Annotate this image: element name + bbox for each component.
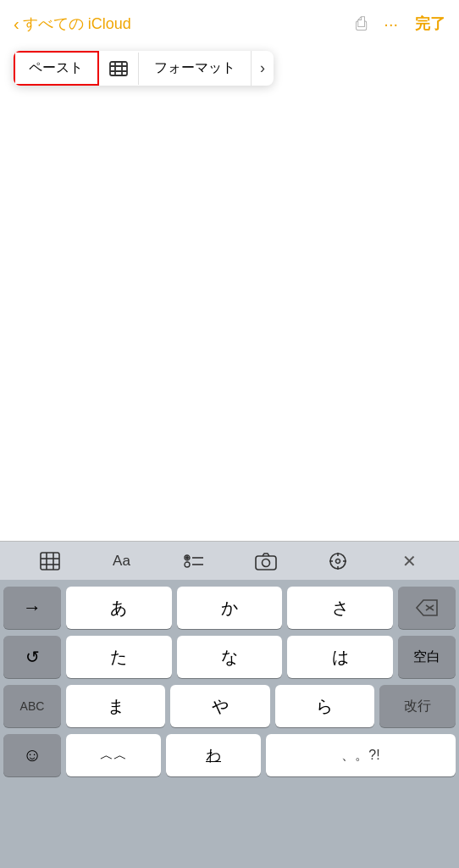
- checklist-toolbar-button[interactable]: [177, 546, 211, 576]
- key-abc[interactable]: ABC: [3, 685, 61, 727]
- keyboard-toolbar: Aa ✕: [0, 541, 459, 580]
- more-options-chevron[interactable]: ›: [252, 51, 274, 86]
- svg-rect-0: [110, 62, 127, 75]
- key-ta[interactable]: た: [66, 636, 172, 678]
- backspace-key[interactable]: [398, 587, 456, 629]
- context-menu: ペースト フォーマット ›: [14, 51, 274, 86]
- key-na[interactable]: な: [177, 636, 283, 678]
- key-punctuation[interactable]: 、。?!: [266, 734, 456, 776]
- back-chevron-icon[interactable]: ‹: [14, 14, 19, 34]
- key-ma[interactable]: ま: [66, 685, 165, 727]
- key-ya[interactable]: や: [170, 685, 269, 727]
- note-content-area[interactable]: [0, 44, 459, 529]
- keyboard-row-1: → あ か さ: [3, 587, 456, 629]
- key-a[interactable]: あ: [66, 587, 172, 629]
- close-keyboard-button[interactable]: ✕: [393, 546, 427, 576]
- key-sa[interactable]: さ: [287, 587, 393, 629]
- keyboard-row-3: ABC ま や ら 改行: [3, 685, 456, 727]
- header-left: ‹ すべての iCloud: [14, 14, 131, 34]
- more-icon[interactable]: ···: [384, 14, 398, 34]
- key-ha[interactable]: は: [287, 636, 393, 678]
- keyboard: → あ か さ ↺ た な は 空白 ABC ま や ら 改行 ☺ ︿︿ わ 、…: [0, 580, 459, 868]
- svg-point-11: [185, 562, 190, 567]
- share-icon[interactable]: ⎙: [356, 13, 367, 35]
- key-undo[interactable]: ↺: [3, 636, 61, 678]
- svg-point-12: [185, 556, 187, 558]
- table-toolbar-button[interactable]: [33, 546, 67, 576]
- header: ‹ すべての iCloud ⎙ ··· 完了: [0, 0, 459, 44]
- key-ra[interactable]: ら: [275, 685, 374, 727]
- svg-rect-15: [256, 556, 276, 570]
- svg-rect-5: [41, 553, 59, 570]
- location-toolbar-button[interactable]: [321, 546, 355, 576]
- format-button[interactable]: フォーマット: [139, 51, 252, 86]
- format-toolbar-button[interactable]: Aa: [105, 546, 139, 576]
- header-right: ⎙ ··· 完了: [356, 13, 445, 35]
- key-kana-small[interactable]: ︿︿: [66, 734, 161, 776]
- key-ka[interactable]: か: [177, 587, 283, 629]
- svg-point-16: [262, 559, 269, 566]
- done-button[interactable]: 完了: [415, 14, 445, 34]
- back-button[interactable]: すべての iCloud: [23, 14, 131, 34]
- key-space[interactable]: 空白: [398, 636, 456, 678]
- key-return[interactable]: 改行: [379, 685, 456, 727]
- keyboard-row-4: ☺ ︿︿ わ 、。?!: [3, 734, 456, 776]
- key-emoji[interactable]: ☺: [3, 734, 61, 776]
- paste-button[interactable]: ペースト: [14, 51, 99, 86]
- keyboard-row-2: ↺ た な は 空白: [3, 636, 456, 678]
- camera-toolbar-button[interactable]: [249, 546, 283, 576]
- svg-point-18: [335, 559, 340, 563]
- key-wa[interactable]: わ: [166, 734, 261, 776]
- scan-icon[interactable]: [99, 53, 139, 85]
- key-arrow[interactable]: →: [3, 587, 61, 629]
